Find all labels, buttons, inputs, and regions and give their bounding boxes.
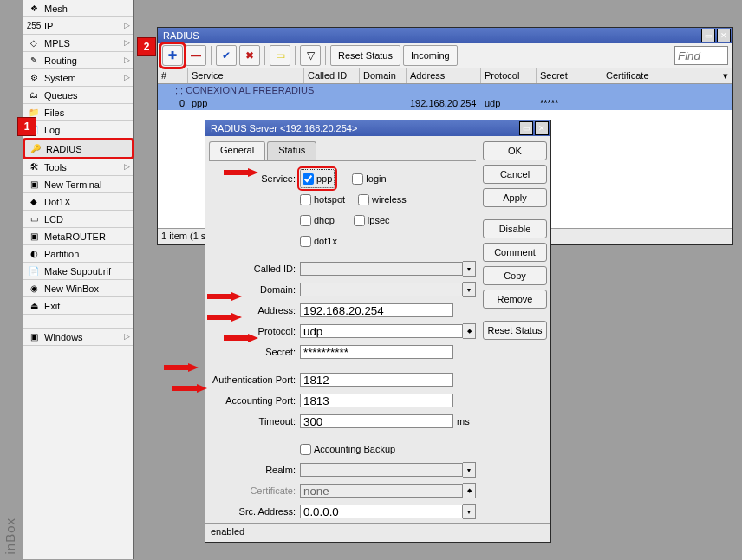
column-domain[interactable]: Domain (360, 68, 407, 83)
sidebar-item-ip[interactable]: 255IP▷ (23, 17, 133, 35)
label-secret: Secret: (209, 347, 300, 357)
red-arrow-icon (207, 313, 242, 322)
certificate-input[interactable] (300, 484, 463, 498)
tab-general[interactable]: General (209, 141, 265, 160)
reset-status-button[interactable]: Reset Status (330, 45, 400, 66)
red-arrow-icon (172, 384, 207, 393)
called-id-input[interactable] (300, 262, 463, 276)
src-address-input[interactable] (300, 505, 463, 518)
sidebar-item-queues[interactable]: 🗂Queues (23, 87, 133, 104)
radius-server-dialog: RADIUS Server <192.168.20.254> ▭ ✕ Gener… (205, 120, 551, 543)
sidebar-item-log[interactable]: 📄Log (23, 121, 133, 139)
sidebar-item-routing[interactable]: ✎Routing▷ (23, 52, 133, 69)
sidebar-item-mesh[interactable]: ❖Mesh (23, 0, 133, 17)
secret-input[interactable] (300, 345, 453, 359)
service-ppp-checkbox[interactable]: ppp (300, 169, 335, 188)
tab-status[interactable]: Status (267, 141, 316, 160)
sidebar-item-new-terminal[interactable]: ▣New Terminal (23, 176, 133, 193)
sidebar-item-new-winbox[interactable]: ◉New WinBox (23, 280, 133, 297)
sidebar-item-files[interactable]: 📁Files (23, 104, 133, 121)
sidebar-item-label: Mesh (44, 3, 68, 14)
certificate-dropdown[interactable]: ◆ (463, 483, 476, 498)
table-row[interactable]: 0 ppp 192.168.20.254 udp ***** (158, 97, 732, 110)
sidebar-item-mpls[interactable]: ◇MPLS▷ (23, 35, 133, 52)
sidebar-item-exit[interactable]: ⏏Exit (23, 297, 133, 315)
realm-input[interactable] (300, 463, 463, 477)
column-service[interactable]: Service (188, 68, 304, 83)
cell-service: ppp (188, 97, 304, 110)
sidebar-item-metarouter[interactable]: ▣MetaROUTER (23, 228, 133, 245)
protocol-dropdown[interactable]: ◆ (463, 323, 476, 339)
enable-button[interactable]: ✔ (216, 45, 237, 66)
disable-button[interactable]: ✖ (239, 45, 260, 66)
column-protocol[interactable]: Protocol (481, 68, 537, 83)
service-dhcp-checkbox[interactable]: dhcp (300, 212, 335, 228)
src-address-dropdown[interactable]: ▼ (463, 504, 476, 519)
add-button[interactable]: ✚ (162, 45, 183, 66)
sidebar-icon: ▣ (27, 178, 41, 192)
column-address[interactable]: Address (407, 68, 481, 83)
svg-marker-2 (207, 313, 242, 322)
sidebar-icon: ◆ (27, 195, 41, 209)
apply-button[interactable]: Apply (483, 188, 547, 207)
sidebar-icon: ✎ (27, 54, 41, 68)
rserver-buttons: OK Cancel Apply Disable Comment Copy Rem… (479, 136, 550, 523)
close-icon[interactable]: ✕ (717, 29, 731, 42)
sidebar-item-label: Windows (44, 332, 83, 342)
sidebar-item-label: System (44, 73, 76, 83)
minimize-icon[interactable]: ▭ (519, 121, 533, 135)
cancel-button[interactable]: Cancel (483, 165, 547, 184)
address-input[interactable] (300, 303, 453, 317)
domain-dropdown[interactable]: ▼ (463, 282, 476, 297)
remove-button[interactable]: Remove (483, 290, 547, 309)
filter-button[interactable]: ▽ (300, 45, 321, 66)
radius-titlebar: RADIUS ▭ ✕ (158, 28, 732, 43)
column-secret[interactable]: Secret (537, 68, 602, 83)
comment-button[interactable]: Comment (483, 243, 547, 262)
sidebar-item-dot1x[interactable]: ◆Dot1X (23, 193, 133, 211)
column-certificate[interactable]: Certificate (602, 68, 713, 83)
disable-button[interactable]: Disable (483, 219, 547, 238)
ok-button[interactable]: OK (483, 141, 547, 160)
sidebar-item-label: IP (44, 21, 53, 31)
sidebar-item-windows[interactable]: ▣Windows▷ (23, 329, 133, 346)
incoming-button[interactable]: Incoming (403, 45, 458, 66)
accounting-backup-checkbox[interactable]: Accounting Backup (300, 441, 395, 457)
service-hotspot-checkbox[interactable]: hotspot (300, 192, 345, 207)
timeout-unit: ms (453, 416, 476, 427)
find-input[interactable] (674, 46, 728, 65)
sidebar-item-radius[interactable]: 🔑RADIUS (23, 138, 134, 160)
column-n[interactable]: # (158, 68, 188, 83)
column-callednid[interactable]: Called ID (304, 68, 360, 83)
protocol-input[interactable] (300, 324, 463, 338)
service-login-checkbox[interactable]: login (352, 171, 386, 186)
service-ipsec-checkbox[interactable]: ipsec (354, 212, 390, 228)
sidebar-item-make-supout.rif[interactable]: 📄Make Supout.rif (23, 263, 133, 280)
domain-input[interactable] (300, 283, 463, 296)
timeout-input[interactable] (300, 414, 453, 428)
red-arrow-icon (164, 363, 199, 372)
reset-status-button[interactable]: Reset Status (483, 321, 547, 340)
rserver-titlebar: RADIUS Server <192.168.20.254> ▭ ✕ (205, 120, 550, 136)
called-id-dropdown[interactable]: ▼ (463, 261, 476, 277)
service-dot1x-checkbox[interactable]: dot1x (300, 233, 337, 249)
sidebar-item-partition[interactable]: ◐Partition (23, 245, 133, 263)
sidebar-item-system[interactable]: ⚙System▷ (23, 69, 133, 87)
sidebar-item-label: Routing (44, 55, 77, 66)
table-comment-row[interactable]: ;;; CONEXION AL FREERADIUS (158, 84, 732, 97)
close-icon[interactable]: ✕ (535, 121, 549, 135)
realm-dropdown[interactable]: ▼ (463, 462, 476, 478)
red-arrow-icon (224, 334, 258, 342)
column-menu-icon[interactable]: ▾ (713, 68, 732, 83)
sidebar-item-tools[interactable]: 🛠Tools▷ (23, 159, 133, 176)
rserver-form: General Status Service: ppp login hotspo… (205, 136, 479, 523)
minimize-icon[interactable]: ▭ (701, 29, 715, 42)
svg-marker-4 (164, 363, 199, 372)
acct-port-input[interactable] (300, 394, 453, 407)
sidebar-item-lcd[interactable]: ▭LCD (23, 211, 133, 228)
comment-button[interactable]: ▭ (270, 45, 290, 66)
service-wireless-checkbox[interactable]: wireless (358, 192, 407, 207)
copy-button[interactable]: Copy (483, 266, 547, 285)
remove-button[interactable]: — (186, 45, 206, 66)
auth-port-input[interactable] (300, 373, 453, 387)
